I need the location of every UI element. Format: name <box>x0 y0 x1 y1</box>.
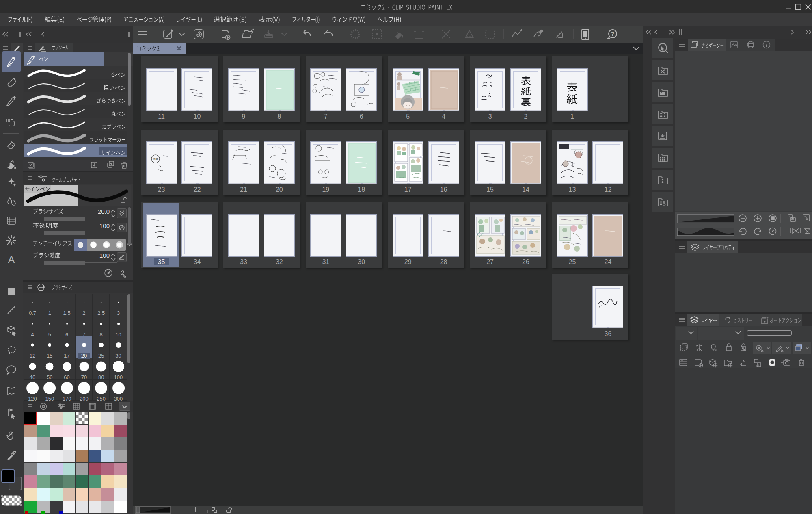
svg-text:A: A <box>8 254 15 266</box>
svg-text:?: ? <box>611 30 615 37</box>
svg-text:GR: GR <box>153 158 158 161</box>
